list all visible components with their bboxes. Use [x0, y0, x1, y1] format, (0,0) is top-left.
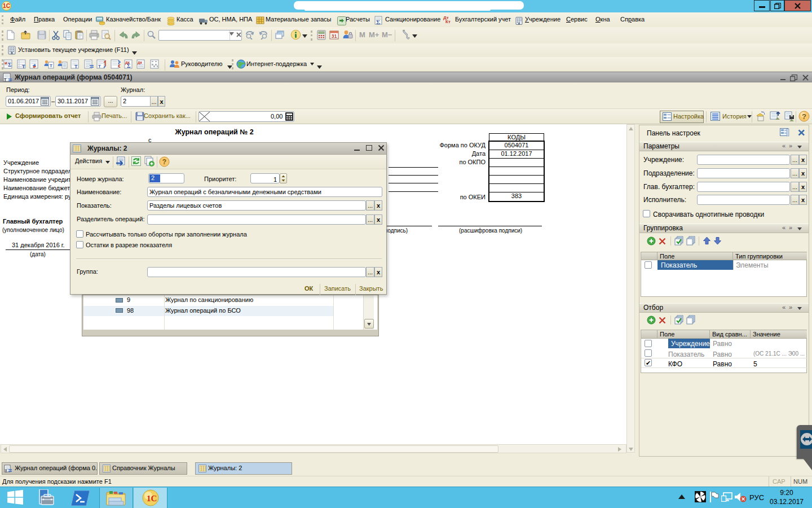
svg-text:дк: дк: [138, 60, 142, 65]
svg-text:Т: Т: [98, 64, 101, 69]
svg-text:Σ: Σ: [127, 63, 131, 69]
svg-text:и: и: [5, 60, 7, 65]
svg-text:Σ: Σ: [376, 19, 380, 25]
svg-text:?: ?: [162, 158, 166, 166]
svg-text:Т: Т: [50, 63, 52, 68]
svg-text:?: ?: [802, 112, 806, 121]
svg-text:Т: Т: [22, 64, 25, 69]
svg-text:Σ: Σ: [8, 62, 12, 68]
svg-text:1С: 1С: [147, 494, 157, 503]
svg-text:31: 31: [331, 33, 337, 39]
svg-text:Т: Т: [5, 469, 8, 473]
svg-text:Т: Т: [74, 64, 78, 69]
svg-text:Т: Т: [4, 78, 7, 82]
